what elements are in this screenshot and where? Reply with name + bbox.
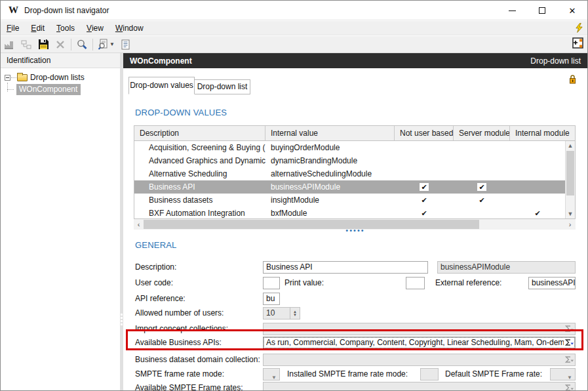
dataset-domain-field[interactable] bbox=[263, 354, 576, 366]
menu-item-tools[interactable]: Tools bbox=[50, 22, 81, 35]
internal-module-readonly-field: businessAPIModule bbox=[437, 261, 576, 274]
available-apis-label: Available Business APIs: bbox=[135, 337, 222, 349]
general-section-title: GENERAL bbox=[135, 240, 177, 250]
checkmark-icon: ✔ bbox=[421, 209, 427, 217]
available-apis-field[interactable]: As run, Commercial, Company, Content, Co… bbox=[263, 337, 576, 349]
default-smpte-combo[interactable]: ▼ bbox=[550, 368, 576, 381]
spinner-icons[interactable]: ▲▼ bbox=[290, 308, 300, 319]
lightning-icon[interactable] bbox=[575, 23, 583, 35]
api-reference-input[interactable]: bu bbox=[263, 293, 280, 305]
grid-row[interactable]: Business APIbusinessAPIModule✔✔ bbox=[134, 180, 565, 194]
minimize-button[interactable] bbox=[497, 1, 527, 20]
tab-drop-down-list[interactable]: Drop-down list bbox=[194, 79, 250, 94]
tree-node-label-selected[interactable]: WOnComponent bbox=[16, 84, 81, 95]
menu-item-edit[interactable]: Edit bbox=[25, 22, 50, 35]
chevron-down-icon: ▼ bbox=[271, 372, 277, 381]
toolbar-separator bbox=[92, 39, 93, 51]
grid-row[interactable]: Business datasetsinsightModule✔✔ bbox=[134, 194, 565, 207]
cell-not-user-based: ✔ bbox=[395, 196, 454, 205]
cell-not-user-based: ✔ bbox=[395, 209, 454, 218]
scroll-down-icon[interactable]: ▼ bbox=[566, 209, 575, 218]
column-header-internal-module[interactable]: Internal module bbox=[510, 126, 575, 140]
cell-description: BXF Automation Integration bbox=[134, 209, 265, 218]
chart-icon[interactable] bbox=[1, 37, 18, 52]
menu-item-view[interactable]: View bbox=[81, 22, 109, 35]
column-header-internal-value[interactable]: Internal value bbox=[265, 126, 395, 140]
cell-internal-value: bxfModule bbox=[265, 209, 395, 218]
grid-row[interactable]: Advanced Graphics and DynamicdynamicBran… bbox=[134, 154, 565, 167]
collection-selector-icon-active[interactable] bbox=[564, 338, 574, 348]
navigation-tree: Drop-down lists WOnComponent bbox=[1, 68, 120, 95]
column-header-server-module[interactable]: Server module bbox=[454, 126, 510, 140]
checkmark-icon: ✔ bbox=[421, 196, 427, 204]
vertical-scrollbar[interactable]: ▲ ▼ bbox=[565, 141, 575, 218]
search-document-icon[interactable]: ▼ bbox=[95, 37, 117, 52]
external-reference-label: External reference: bbox=[435, 277, 501, 289]
menu-item-file[interactable]: File bbox=[1, 22, 25, 35]
allowed-users-label: Allowed number of users: bbox=[135, 307, 224, 319]
import-concepts-field[interactable] bbox=[263, 323, 576, 335]
vertical-scroll-thumb[interactable] bbox=[566, 151, 574, 196]
toolbar: ▼ bbox=[1, 36, 587, 53]
splitter-grip-icon bbox=[121, 314, 123, 327]
tab-drop-down-values[interactable]: Drop-down values bbox=[128, 77, 195, 94]
cell-description: Acquisition, Screening & Buying ( bbox=[134, 143, 265, 152]
cell-not-user-based: ✔ bbox=[395, 183, 454, 192]
user-code-input[interactable] bbox=[263, 277, 280, 289]
tree-node-label[interactable]: Drop-down lists bbox=[30, 73, 85, 82]
user-code-label: User code: bbox=[135, 277, 173, 289]
sidebar-header: Identification bbox=[1, 53, 120, 68]
collection-selector-icon[interactable] bbox=[564, 383, 574, 391]
save-icon[interactable] bbox=[35, 37, 52, 52]
search-icon[interactable] bbox=[73, 37, 90, 52]
available-smpte-field[interactable] bbox=[263, 382, 576, 391]
minimize-icon bbox=[509, 10, 516, 11]
api-reference-label: API reference: bbox=[135, 293, 186, 305]
cell-internal-value: alternativeSchedulingModule bbox=[265, 169, 395, 178]
tree-node-drop-down-lists[interactable]: Drop-down lists bbox=[1, 72, 120, 83]
add-panel-icon[interactable] bbox=[572, 37, 584, 51]
collapse-icon[interactable] bbox=[5, 75, 10, 81]
document-icon[interactable] bbox=[117, 37, 134, 52]
grid-row[interactable]: Alternative SchedulingalternativeSchedul… bbox=[134, 167, 565, 180]
cell-internal-value: dynamicBrandingModule bbox=[265, 156, 395, 165]
grid-row[interactable]: Acquisition, Screening & Buying (buyingO… bbox=[134, 141, 565, 154]
maximize-button[interactable] bbox=[527, 1, 557, 20]
close-button[interactable]: ✕ bbox=[557, 1, 587, 20]
collection-selector-icon[interactable] bbox=[564, 355, 574, 365]
collection-selector-icon[interactable] bbox=[564, 324, 574, 334]
cell-internal-value: businessAPIModule bbox=[265, 182, 395, 192]
description-input[interactable]: Business API bbox=[263, 261, 428, 274]
checkmark-icon: ✔ bbox=[479, 196, 484, 204]
toolbar-separator bbox=[71, 39, 71, 51]
allowed-users-stepper[interactable]: 10 ▲▼ bbox=[263, 307, 300, 319]
print-value-input[interactable] bbox=[406, 277, 425, 289]
folder-icon bbox=[17, 74, 28, 81]
tree-node-woncomponent[interactable]: WOnComponent bbox=[1, 83, 120, 95]
cell-description: Advanced Graphics and Dynamic bbox=[134, 156, 265, 165]
hierarchy-icon[interactable] bbox=[18, 37, 35, 52]
cell-description: Alternative Scheduling bbox=[134, 169, 265, 178]
chevron-down-icon: ▼ bbox=[567, 372, 572, 381]
installed-smpte-label: Installed SMPTE frame rate mode: bbox=[287, 368, 408, 381]
horizontal-splitter-grip[interactable]: ••••• bbox=[123, 228, 587, 233]
smpte-mode-label: SMPTE frame rate mode: bbox=[135, 368, 224, 381]
delete-icon[interactable] bbox=[52, 37, 69, 52]
scroll-up-icon[interactable]: ▲ bbox=[566, 141, 575, 150]
column-header-description[interactable]: Description bbox=[134, 126, 265, 140]
cell-description: Business API bbox=[134, 182, 265, 192]
dataset-domain-label: Business dataset domain collection: bbox=[135, 354, 260, 366]
default-smpte-label: Default SMPTE Frame rate: bbox=[445, 368, 542, 381]
cell-server-module: ✔ bbox=[454, 196, 510, 205]
lock-icon bbox=[568, 74, 577, 86]
app-window: W Drop-down list navigator ✕ FileEditToo… bbox=[0, 0, 588, 391]
external-reference-input[interactable]: businessAPI bbox=[528, 277, 576, 289]
column-header-not-user-based[interactable]: Not user based bbox=[395, 126, 454, 140]
description-label: Description: bbox=[135, 261, 176, 274]
smpte-mode-combo[interactable]: ▼ bbox=[263, 368, 280, 381]
grid-row[interactable]: BXF Automation IntegrationbxfModule✔✔ bbox=[134, 207, 565, 218]
checkmark-icon: ✔ bbox=[477, 183, 486, 191]
menu-item-window[interactable]: Window bbox=[109, 22, 149, 35]
menu-bar: FileEditToolsViewWindow bbox=[1, 21, 587, 35]
detail-type-label: Drop-down list bbox=[530, 56, 581, 66]
